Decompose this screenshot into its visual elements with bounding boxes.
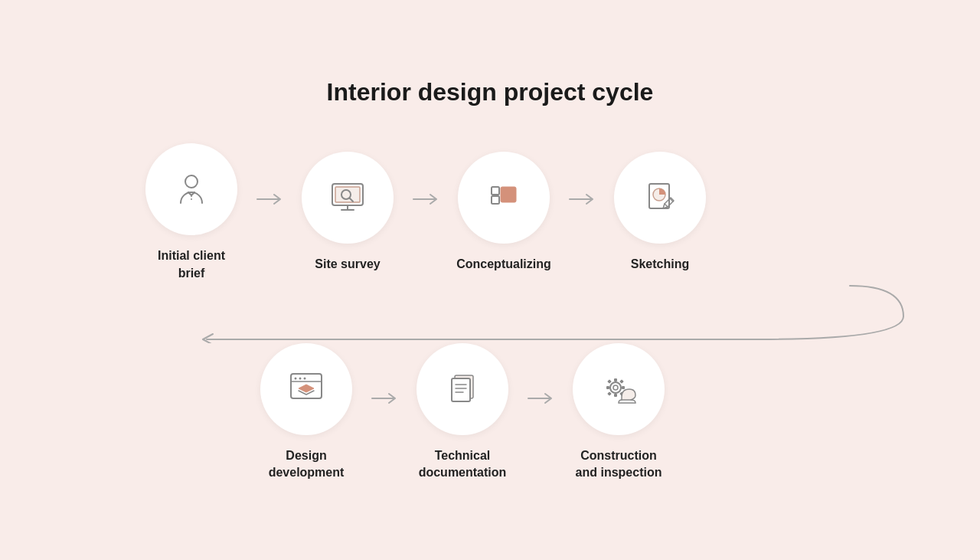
svg-rect-24 [614,394,617,397]
svg-rect-28 [619,379,624,384]
main-container: Interior design project cycle [69,78,911,482]
svg-point-22 [613,385,618,390]
svg-rect-6 [501,187,516,202]
arrow-5 [527,391,554,434]
curve-connector [69,282,911,343]
step-design-development: Designdevelopment [245,343,368,482]
svg-rect-23 [614,378,617,382]
circle-initial-client-brief [145,143,237,235]
circle-sketching [614,152,706,244]
step-label-sketching: Sketching [631,256,689,273]
step-sketching: Sketching [599,152,721,273]
circle-conceptualizing [458,152,550,244]
step-site-survey: Site survey [286,152,409,273]
sketch-icon [639,176,681,219]
arrow-4 [371,391,398,434]
step-construction-inspection: Constructionand inspection [557,343,680,482]
svg-point-2 [191,198,192,200]
svg-point-0 [185,175,198,188]
svg-rect-17 [452,378,470,401]
diagram: Initial clientbrief [69,143,911,482]
arrow-3 [568,192,596,234]
circle-design-development [260,343,352,435]
step-label-technical-documentation: Technicaldocumentation [419,447,507,482]
step-label-construction-inspection: Constructionand inspection [576,447,662,482]
step-label-initial-client-brief: Initial clientbrief [158,247,225,282]
svg-point-1 [191,195,192,197]
svg-rect-7 [492,187,499,195]
arrow-1 [256,192,283,234]
svg-rect-25 [606,386,609,389]
svg-point-21 [610,382,621,393]
step-label-site-survey: Site survey [315,256,380,273]
document-stack-icon [441,368,484,411]
circle-technical-documentation [416,343,508,435]
page-title: Interior design project cycle [327,78,654,106]
circle-site-survey [302,152,394,244]
svg-rect-26 [622,386,625,389]
svg-rect-29 [607,391,612,396]
blocks-icon [482,176,525,219]
svg-rect-8 [492,196,499,204]
step-conceptualizing: Conceptualizing [443,152,565,273]
step-label-conceptualizing: Conceptualizing [456,256,551,273]
circle-construction-inspection [573,343,665,435]
svg-rect-27 [607,379,612,384]
construction-icon [597,368,640,411]
svg-point-14 [304,378,306,380]
step-technical-documentation: Technicaldocumentation [401,343,524,482]
step-label-design-development: Designdevelopment [269,447,345,482]
person-icon [170,168,213,211]
row-bottom: Designdevelopment [69,343,911,482]
arrow-2 [412,192,439,234]
svg-rect-4 [335,187,360,202]
row-top: Initial clientbrief [69,143,911,282]
svg-point-12 [295,378,297,380]
monitor-search-icon [326,176,369,219]
design-layers-icon [285,368,328,411]
svg-point-13 [299,378,302,380]
step-initial-client-brief: Initial clientbrief [130,143,253,282]
